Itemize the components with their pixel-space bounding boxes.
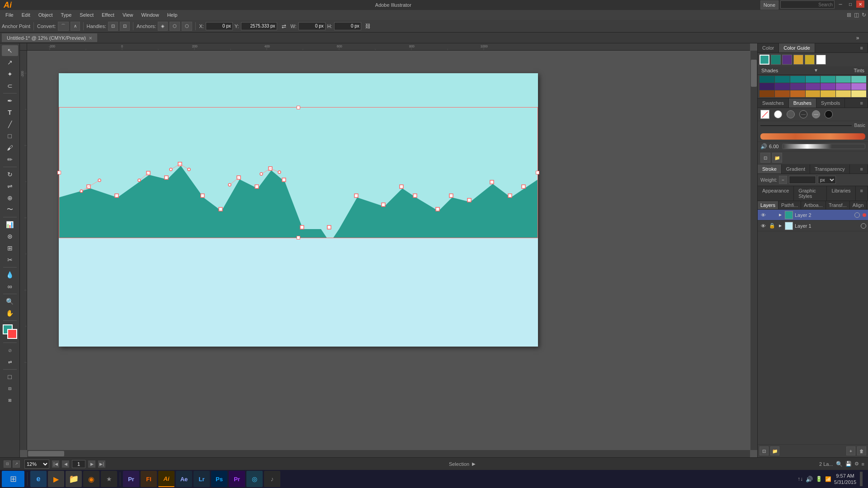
minimize-button[interactable]: ─ [836, 0, 844, 8]
slice-tool[interactable]: ✂ [2, 254, 18, 265]
shade-2[interactable] [775, 76, 790, 83]
tab-appearance[interactable]: Appearance [758, 186, 794, 201]
zoom-tool[interactable]: 🔍 [2, 296, 18, 307]
status-save[interactable]: 💾 [845, 461, 852, 467]
swatch-purple[interactable] [782, 55, 792, 65]
stroke-panel-menu[interactable]: ≡ [856, 164, 868, 174]
status-search[interactable]: 🔍 [836, 461, 843, 467]
shade-16[interactable] [775, 90, 790, 97]
mountain-svg[interactable] [59, 107, 538, 238]
taskbar-app13[interactable]: ◎ [246, 471, 263, 487]
taskbar-lightroom[interactable]: Lr [193, 471, 210, 487]
pen-tool[interactable]: ✒ [2, 95, 18, 106]
none-fill[interactable]: ⊘ [2, 345, 18, 356]
taskbar-aftereffects[interactable]: Ae [176, 471, 192, 487]
tab-pathfinder[interactable]: Pathfi... [778, 201, 801, 209]
swatch-orange[interactable] [793, 55, 803, 65]
nav-prev-prev[interactable]: |◀ [52, 460, 59, 468]
menu-help[interactable]: Help [164, 11, 181, 19]
layer-2-lock[interactable] [769, 211, 776, 219]
tab-transform[interactable]: Transf... [826, 201, 850, 209]
layer-1-visibility[interactable]: 👁 [760, 222, 767, 230]
background-color[interactable] [7, 329, 17, 339]
color-panel-menu[interactable]: ≡ [856, 43, 868, 52]
h-input[interactable]: 0 px [334, 22, 361, 30]
taskbar-explorer[interactable]: 📁 [66, 471, 82, 487]
nav-next-next[interactable]: ▶| [98, 460, 105, 468]
arrange-icon[interactable]: ⊞ [847, 12, 851, 18]
tab-transparency[interactable]: Transparency [810, 164, 850, 174]
tab-brushes[interactable]: Brushes [789, 99, 816, 108]
line-tool[interactable]: ╱ [2, 119, 18, 130]
shade-12[interactable] [821, 83, 835, 90]
screen-mode-icon[interactable]: ◫ [854, 12, 859, 18]
canvas-area[interactable]: -200 0 200 400 600 800 1000 [20, 43, 757, 457]
menu-object[interactable]: Object [35, 11, 57, 19]
taskbar-premiere[interactable]: Pr [123, 471, 139, 487]
status-arrow[interactable]: ▶ [472, 461, 476, 466]
nav-prev[interactable]: ◀ [62, 460, 69, 468]
nav-next[interactable]: ▶ [88, 460, 95, 468]
shade-14[interactable] [851, 83, 866, 90]
shade-18[interactable] [806, 90, 821, 97]
weight-unit-select[interactable]: px pt [818, 176, 836, 184]
layer-1-row[interactable]: 👁 🔒 ▶ Layer 1 [758, 221, 868, 231]
shade-4[interactable] [806, 76, 821, 83]
weight-decrement[interactable]: − [779, 176, 787, 184]
tab-symbols[interactable]: Symbols [816, 99, 845, 108]
shade-1[interactable] [760, 76, 774, 83]
taskbar-premierepro[interactable]: Pr [229, 471, 245, 487]
taskbar-app5[interactable]: ★ [101, 471, 117, 487]
restore-button[interactable]: □ [846, 0, 854, 8]
convert-corner-btn[interactable]: ∧ [71, 22, 80, 31]
swatch-yellow[interactable] [805, 55, 815, 65]
tab-swatches[interactable]: Swatches [758, 99, 789, 108]
swatch-teal[interactable] [760, 55, 769, 65]
selection-tool[interactable]: ↖ [2, 45, 18, 56]
shade-3[interactable] [790, 76, 805, 83]
layer-new-btn[interactable]: + [846, 446, 855, 455]
menu-window[interactable]: Window [138, 11, 163, 19]
artboard-tool[interactable]: ⊞ [2, 243, 18, 253]
tab-libraries[interactable]: Libraries [827, 186, 855, 201]
shade-6[interactable] [836, 76, 851, 83]
tab-layers[interactable]: Layers [758, 201, 778, 209]
layer-2-row[interactable]: 👁 ▶ Layer 2 [758, 210, 868, 221]
artboard[interactable] [59, 73, 538, 347]
vertical-scrollbar[interactable] [750, 51, 757, 450]
handles-btn1[interactable]: ⊡ [108, 22, 118, 31]
tab-artboard[interactable]: Artboa... [801, 201, 826, 209]
tray-network2[interactable]: 📶 [825, 476, 831, 482]
status-panel-btn[interactable]: ≡ [862, 461, 864, 467]
layer-2-visibility[interactable]: 👁 [760, 211, 767, 219]
menu-file[interactable]: File [2, 11, 17, 19]
brush-line-1[interactable]: Basic [760, 123, 865, 128]
symbol-spray-tool[interactable]: ⊛ [2, 231, 18, 242]
shade-21[interactable] [851, 90, 866, 97]
blend-tool[interactable]: ∞ [2, 281, 18, 292]
status-settings[interactable]: ⚙ [854, 461, 859, 467]
brush-action-1[interactable]: ⊡ [760, 153, 770, 163]
handles-btn2[interactable]: ⊡ [120, 22, 130, 31]
tab-graphic-styles[interactable]: Graphic Styles [794, 186, 827, 201]
brush-line-orange[interactable] [760, 133, 865, 140]
panel-collapse-btn[interactable]: » [853, 33, 863, 43]
convert-smooth-btn[interactable]: ⌒ [58, 22, 69, 31]
menu-type[interactable]: Type [57, 11, 75, 19]
horizontal-scrollbar[interactable] [27, 450, 750, 457]
mountain-area[interactable] [59, 107, 538, 238]
swatch-white[interactable] [816, 55, 826, 65]
brushes-panel-menu[interactable]: ≡ [856, 99, 868, 108]
w-input[interactable]: 0 px [298, 22, 326, 30]
tray-network[interactable]: ↑↓ [797, 476, 803, 482]
shade-5[interactable] [821, 76, 835, 83]
y-input[interactable]: 2575.333 px [241, 22, 277, 30]
status-icon-1[interactable]: ⊡ [4, 460, 11, 468]
layer-comp-btn[interactable]: ⊡ [760, 446, 769, 455]
direct-selection-tool[interactable]: ↗ [2, 57, 18, 68]
vscroll-thumb[interactable] [751, 60, 757, 87]
shade-17[interactable] [790, 90, 805, 97]
hand-tool[interactable]: ✋ [2, 308, 18, 319]
x-input[interactable]: 0 px [206, 22, 233, 30]
tray-show-desktop[interactable] [860, 472, 863, 486]
